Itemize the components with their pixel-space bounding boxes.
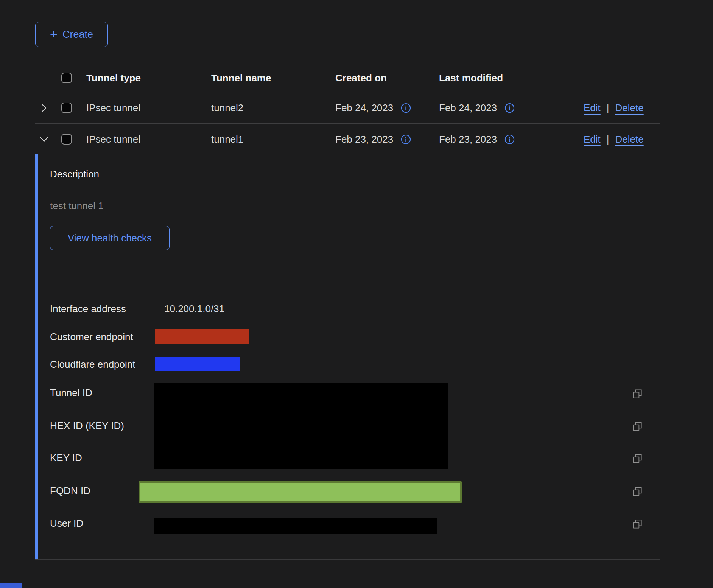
action-separator: | bbox=[607, 102, 609, 114]
copy-fqdn-id-button[interactable] bbox=[631, 485, 643, 498]
created-on-value: Feb 24, 2023 bbox=[335, 102, 393, 114]
ipsec-tunnels-page: + Create Tunnel type Tunnel name Created… bbox=[0, 0, 713, 588]
copy-hex-id-button[interactable] bbox=[631, 420, 643, 432]
cell-last-modified: Feb 24, 2023 bbox=[439, 92, 515, 123]
chevron-right-icon[interactable] bbox=[39, 103, 49, 113]
edit-link[interactable]: Edit bbox=[584, 102, 601, 114]
edit-link[interactable]: Edit bbox=[584, 134, 601, 145]
info-icon[interactable] bbox=[401, 103, 411, 113]
fqdn-id-redaction bbox=[139, 481, 462, 503]
cloudflare-endpoint-label: Cloudflare endpoint bbox=[50, 358, 135, 371]
customer-endpoint-redaction bbox=[155, 329, 249, 344]
interface-address-value: 10.200.1.0/31 bbox=[164, 302, 224, 315]
cell-created-on: Feb 24, 2023 bbox=[335, 92, 411, 123]
tunnels-table: Tunnel type Tunnel name Created on Last … bbox=[35, 64, 660, 155]
cell-tunnel-name: tunnel2 bbox=[211, 92, 243, 123]
bottom-left-accent-bar bbox=[0, 583, 22, 588]
cell-tunnel-name: tunnel1 bbox=[211, 124, 243, 155]
table-row-tunnel1: IPsec tunnel tunnel1 Feb 23, 2023 Feb 23… bbox=[35, 124, 660, 155]
user-id-redaction bbox=[154, 518, 437, 534]
create-button-label: Create bbox=[62, 29, 93, 40]
cell-tunnel-type: IPsec tunnel bbox=[86, 124, 140, 155]
chevron-down-icon[interactable] bbox=[39, 134, 49, 145]
description-value: test tunnel 1 bbox=[50, 199, 104, 212]
column-header-tunnel-name: Tunnel name bbox=[211, 64, 271, 92]
delete-link[interactable]: Delete bbox=[615, 102, 644, 114]
last-modified-value: Feb 24, 2023 bbox=[439, 102, 497, 114]
copy-user-id-button[interactable] bbox=[631, 518, 643, 530]
hex-id-label: HEX ID (KEY ID) bbox=[50, 419, 124, 432]
column-header-last-modified: Last modified bbox=[439, 64, 503, 92]
row-actions: Edit | Delete bbox=[584, 124, 644, 155]
create-button[interactable]: + Create bbox=[35, 22, 108, 47]
key-id-label: KEY ID bbox=[50, 451, 82, 464]
copy-key-id-button[interactable] bbox=[631, 453, 643, 465]
description-label: Description bbox=[50, 168, 99, 180]
expanded-row-indicator-bar bbox=[35, 154, 38, 559]
info-icon[interactable] bbox=[401, 134, 411, 145]
ids-redaction-block bbox=[154, 383, 448, 469]
fqdn-id-label: FQDN ID bbox=[50, 484, 90, 497]
tunnel-id-label: Tunnel ID bbox=[50, 386, 92, 399]
detail-divider bbox=[50, 275, 646, 275]
table-row-tunnel2: IPsec tunnel tunnel2 Feb 24, 2023 Feb 24… bbox=[35, 92, 660, 124]
cell-last-modified: Feb 23, 2023 bbox=[439, 124, 515, 155]
customer-endpoint-label: Customer endpoint bbox=[50, 330, 133, 343]
cloudflare-endpoint-redaction bbox=[155, 357, 240, 371]
action-separator: | bbox=[607, 134, 609, 145]
cell-created-on: Feb 23, 2023 bbox=[335, 124, 411, 155]
row-checkbox-tunnel1[interactable] bbox=[61, 134, 72, 145]
cell-tunnel-type: IPsec tunnel bbox=[86, 92, 140, 123]
interface-address-label: Interface address bbox=[50, 302, 126, 315]
row-actions: Edit | Delete bbox=[584, 92, 644, 123]
delete-link[interactable]: Delete bbox=[615, 134, 644, 145]
table-bottom-border bbox=[35, 559, 660, 560]
column-header-created-on: Created on bbox=[335, 64, 387, 92]
plus-icon: + bbox=[50, 28, 58, 40]
column-header-tunnel-type: Tunnel type bbox=[86, 64, 141, 92]
info-icon[interactable] bbox=[504, 103, 515, 113]
select-all-checkbox[interactable] bbox=[61, 73, 72, 83]
table-header-row: Tunnel type Tunnel name Created on Last … bbox=[35, 64, 660, 92]
copy-tunnel-id-button[interactable] bbox=[631, 388, 643, 400]
row-checkbox-tunnel2[interactable] bbox=[61, 103, 72, 113]
last-modified-value: Feb 23, 2023 bbox=[439, 134, 497, 145]
info-icon[interactable] bbox=[504, 134, 515, 145]
user-id-label: User ID bbox=[50, 517, 83, 530]
view-health-checks-button[interactable]: View health checks bbox=[50, 226, 170, 250]
created-on-value: Feb 23, 2023 bbox=[335, 134, 393, 145]
